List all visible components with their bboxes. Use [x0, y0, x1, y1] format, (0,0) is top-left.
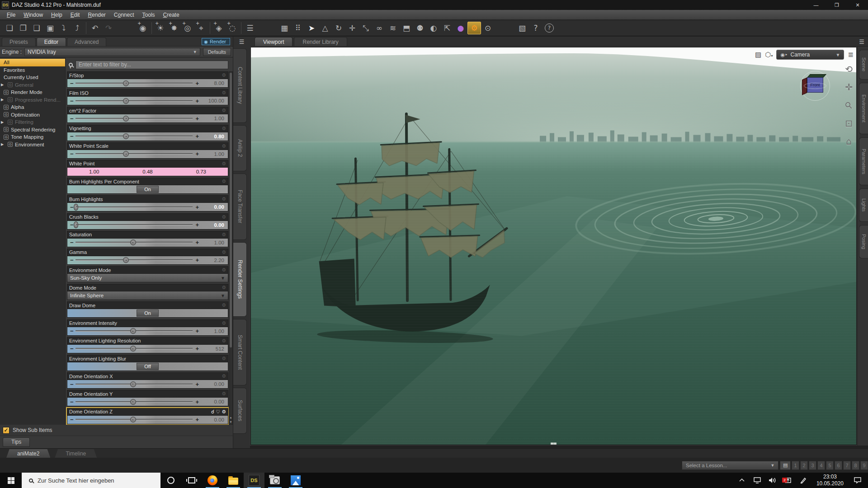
slider-track[interactable] [75, 259, 193, 261]
gear-icon[interactable]: ⚙ [222, 126, 226, 131]
favorite-icon[interactable]: ♡ [216, 409, 220, 415]
tool-settings-icon[interactable]: ⚙ [467, 22, 481, 34]
toggle-button[interactable]: Off [137, 363, 159, 370]
param-value[interactable]: 2.20 [202, 258, 228, 263]
param-slider[interactable]: −+0.00 [67, 202, 228, 211]
slider-track[interactable] [75, 136, 193, 137]
color-component-value[interactable]: 0.48 [142, 169, 152, 174]
taskbar-clock[interactable]: 23:03 10.05.2020 [812, 474, 848, 487]
new-distant-light-icon[interactable]: ☀ [154, 22, 167, 34]
new-null-icon[interactable]: ◌ [226, 22, 239, 34]
param-slider[interactable]: −+1.00 [67, 150, 228, 158]
param-value[interactable]: 0.00 [202, 204, 228, 210]
slider-track[interactable] [75, 419, 193, 420]
slider-knob[interactable] [123, 133, 129, 139]
photos-button[interactable] [285, 473, 306, 488]
slider-knob[interactable] [130, 417, 136, 422]
redo-icon[interactable]: ↷ [102, 22, 115, 34]
slider-knob[interactable] [74, 221, 78, 228]
param-slider[interactable]: −+0.00 [67, 415, 228, 424]
tab-timeline[interactable]: Timeline [55, 449, 97, 458]
lesson-page-4[interactable]: 4 [817, 461, 825, 470]
pan-view-icon[interactable]: ✛ [845, 82, 853, 93]
increment-icon[interactable]: + [193, 133, 202, 139]
tips-tab[interactable]: Tips [3, 437, 30, 447]
param-slider[interactable]: −+1.00 [67, 327, 228, 335]
sidebar-item-environment[interactable]: ▶GEnvironment [0, 141, 65, 149]
toggle-button[interactable]: On [137, 310, 159, 317]
scroll-down-icon[interactable]: ▼ [229, 420, 232, 424]
pointer-node-icon[interactable]: ⇱ [440, 22, 454, 34]
param-dropdown[interactable]: Sun-Sky Only▼ [67, 273, 228, 282]
param-value[interactable]: 0.00 [202, 417, 228, 422]
frame-view-icon[interactable]: ⊡ [845, 118, 853, 129]
joint-editor-icon[interactable]: ⠿ [291, 22, 305, 34]
increment-icon[interactable]: + [193, 98, 202, 104]
start-button[interactable] [0, 473, 22, 488]
sidebar-item-progressive-rend[interactable]: ▶GProgressive Rend... [0, 96, 65, 104]
tab-render-library[interactable]: Render Library [294, 37, 347, 46]
menu-edit[interactable]: Edit [66, 11, 84, 19]
lesson-page-2[interactable]: 2 [800, 461, 808, 470]
open-file-icon[interactable]: ❐ [16, 22, 30, 34]
render-button[interactable]: ◉ Render [202, 38, 230, 45]
new-camera-icon[interactable]: ◉ [136, 22, 150, 34]
new-point-light-icon[interactable]: ✸ [167, 22, 181, 34]
gear-icon[interactable]: ⚙ [222, 356, 226, 361]
image-editor-icon[interactable]: ▧ [515, 22, 529, 34]
lesson-page-7[interactable]: 7 [843, 461, 851, 470]
slider-track[interactable] [75, 348, 193, 349]
menu-create[interactable]: Create [159, 11, 184, 19]
increment-icon[interactable]: + [193, 204, 202, 210]
gear-icon[interactable]: ⚙ [222, 249, 226, 255]
scale-tool-icon[interactable]: ⤡ [359, 22, 373, 34]
import-icon[interactable]: ⤵ [57, 22, 71, 34]
slider-knob[interactable] [130, 399, 136, 405]
param-slider[interactable]: −+2.20 [67, 256, 228, 264]
dock-tab-parameters[interactable]: Parameters [859, 137, 868, 185]
decrement-icon[interactable]: − [67, 328, 75, 334]
dock-tab-anilip-2[interactable]: Anilip 2 [233, 125, 247, 171]
decrement-icon[interactable]: − [67, 151, 75, 157]
render-icon[interactable]: ⊙ [481, 22, 495, 34]
figure-setup-icon[interactable]: ⚉ [413, 22, 427, 34]
aux-viewport-icon[interactable]: ▨ [755, 51, 761, 59]
increment-icon[interactable]: + [193, 116, 202, 122]
param-slider[interactable]: −+0.00 [67, 397, 228, 406]
help-icon[interactable]: ? [545, 23, 554, 33]
param-slider[interactable]: −+1.00 [67, 114, 228, 122]
increment-icon[interactable]: + [193, 222, 202, 228]
surface-selection-icon[interactable]: ● [454, 22, 467, 34]
slider-knob[interactable] [123, 98, 129, 104]
menu-help[interactable]: Help [47, 11, 66, 19]
menu-file[interactable]: File [3, 11, 19, 19]
increment-icon[interactable]: + [193, 80, 202, 86]
slider-knob[interactable] [130, 328, 136, 334]
new-linear-point-light-icon[interactable]: ◎ [181, 22, 194, 34]
align-icon[interactable]: ☰ [243, 22, 257, 34]
firefox-button[interactable] [202, 473, 223, 488]
slider-track[interactable] [75, 242, 193, 243]
param-value[interactable]: 0.00 [202, 222, 228, 228]
gear-icon[interactable]: ⚙ [222, 90, 226, 96]
lesson-page-3[interactable]: 3 [809, 461, 816, 470]
dock-tab-scene[interactable]: Scene [859, 50, 868, 80]
gear-icon[interactable]: ⚙ [222, 72, 226, 78]
node-weight-brush-icon[interactable]: ≋ [386, 22, 400, 34]
dock-tab-render-settings[interactable]: Render Settings [233, 242, 247, 317]
engine-dropdown[interactable]: NVIDIA Iray ▼ [24, 48, 200, 56]
orbit-view-icon[interactable]: ⟲ [845, 64, 853, 75]
undo-icon[interactable]: ↶ [88, 22, 102, 34]
param-slider[interactable]: −+8.00 [67, 79, 228, 87]
decrement-icon[interactable]: − [67, 80, 75, 86]
dock-tab-content-library[interactable]: Content Library [233, 48, 247, 123]
param-value[interactable]: 512 [202, 346, 228, 352]
lesson-page-5[interactable]: 5 [826, 461, 834, 470]
decrement-icon[interactable]: − [67, 257, 75, 263]
panel-dock-icon[interactable]: ▦ [278, 22, 291, 34]
dock-tab-face-transfer[interactable]: Face Transfer [233, 174, 247, 240]
maximize-button[interactable]: ❐ [826, 0, 847, 10]
sidebar-item-alpha[interactable]: GAlpha [0, 103, 65, 111]
tab-advanced[interactable]: Advanced [67, 38, 106, 46]
decrement-icon[interactable]: − [67, 116, 75, 122]
